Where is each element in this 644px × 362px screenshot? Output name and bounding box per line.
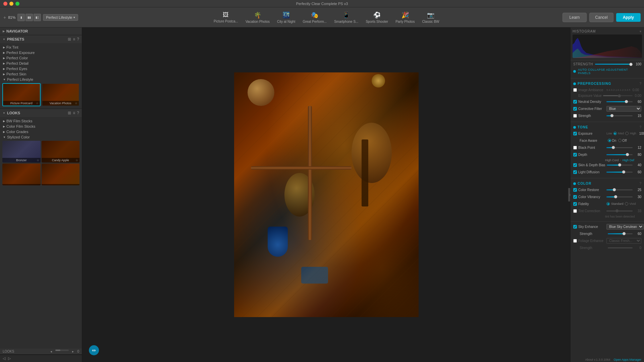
tone-help[interactable]: ?	[639, 125, 641, 129]
right-collapse-arrow[interactable]: ▶	[568, 188, 570, 201]
look-thumb-3[interactable]	[2, 164, 41, 185]
minimize-button[interactable]	[9, 2, 13, 6]
looks-list-view[interactable]: ≡	[73, 111, 75, 115]
exposure-value-slider[interactable]	[603, 95, 633, 96]
learn-button[interactable]: Learn	[562, 13, 587, 22]
navigator-header[interactable]: ▶ NAVIGATOR	[0, 27, 82, 35]
sky-strength-slider[interactable]	[608, 233, 633, 234]
category-bw-film[interactable]: ▶ BW Film Stocks	[1, 118, 80, 124]
looks-scroll-right[interactable]: ▸	[72, 350, 74, 353]
fidelity-check[interactable]	[573, 202, 577, 206]
split-view-button[interactable]: ⇔	[89, 345, 99, 355]
category-perfect-eyes[interactable]: ▶ Perfect Eyes	[1, 66, 80, 71]
preprocessing-help[interactable]: ?	[639, 82, 641, 85]
looks-header[interactable]: ▼ LOOKS ⊞ ≡ ?	[0, 109, 82, 117]
face-aware-off[interactable]: Off	[618, 139, 627, 142]
category-perfect-detail[interactable]: ▶ Perfect Detail	[1, 61, 80, 66]
close-button[interactable]	[3, 2, 7, 6]
pre-strength-check[interactable]	[573, 114, 577, 118]
depth-slider[interactable]	[606, 154, 633, 155]
apply-button[interactable]: Apply	[616, 13, 641, 22]
depth-check[interactable]	[573, 153, 577, 157]
preset-party-photos[interactable]: 🎉 Party Photos	[392, 10, 418, 25]
skin-depth-slider[interactable]	[607, 165, 633, 166]
add-icon[interactable]: +	[3, 15, 6, 20]
color-help[interactable]: ?	[639, 182, 641, 185]
pre-strength-slider[interactable]	[606, 115, 633, 116]
tint-check[interactable]	[573, 209, 577, 213]
face-aware-on[interactable]: On	[608, 139, 616, 142]
preset-star-2[interactable]: ☆	[75, 102, 77, 105]
view-grid[interactable]: ▮▯	[34, 14, 41, 21]
histogram-collapse[interactable]: ▼	[639, 30, 642, 33]
category-color-grades[interactable]: ▶ Color Grades	[1, 129, 80, 134]
image-ambiance-check[interactable]	[573, 88, 577, 92]
cancel-button[interactable]: Cancel	[589, 13, 613, 22]
category-stylized-color[interactable]: ▼ Stylized Color	[1, 134, 80, 140]
category-perfect-skin[interactable]: ▶ Perfect Skin	[1, 71, 80, 77]
preset-city-at-night[interactable]: 🌃 City at Night	[274, 10, 299, 25]
preset-sports-shooter[interactable]: ⚽ Sports Shooter	[362, 10, 391, 25]
light-diffusion-check[interactable]	[573, 170, 577, 174]
category-color-film[interactable]: ▶ Color Film Stocks	[1, 124, 80, 129]
preset-star-1[interactable]: ☆	[36, 102, 39, 105]
high-def-opt[interactable]: High Def	[623, 159, 634, 162]
high-cord-opt[interactable]: High Cord	[605, 159, 619, 162]
looks-help[interactable]: ?	[77, 111, 79, 115]
corrective-filter-select[interactable]: Blue Orange Red Yellow	[606, 106, 641, 112]
presets-grid-view[interactable]: ⊞	[68, 37, 71, 42]
category-perfect-exposure[interactable]: ▶ Perfect Exposure	[1, 50, 80, 55]
black-point-check[interactable]	[573, 146, 577, 149]
preset-bw-label: Classic BW	[422, 20, 439, 23]
look-star-2[interactable]: ☆	[75, 159, 78, 162]
light-diffusion-slider[interactable]	[606, 172, 633, 173]
open-apps-button[interactable]: Open Apps Manager	[613, 358, 641, 361]
view-split[interactable]: ▮▮	[25, 14, 33, 21]
look-thumb-candy-apple[interactable]: Candy Apple ☆	[42, 141, 80, 163]
neutral-density-check[interactable]	[573, 100, 577, 104]
color-vibrancy-slider[interactable]	[606, 196, 633, 197]
high-radio[interactable]	[625, 132, 629, 135]
color-restore-slider[interactable]	[606, 189, 633, 190]
category-perfect-color[interactable]: ▶ Perfect Color	[1, 55, 80, 61]
preset-classic-bw[interactable]: 📷 Classic BW	[419, 10, 442, 25]
corrective-filter-check[interactable]	[573, 107, 577, 111]
neutral-density-slider[interactable]	[606, 101, 633, 102]
preset-vacation-photos[interactable]: 🌴 Vacation Photos	[242, 10, 273, 25]
view-single[interactable]: ▮	[17, 14, 25, 21]
preset-great-perform[interactable]: 🎭 Great Perform...	[299, 10, 330, 25]
vivid-radio[interactable]	[625, 202, 628, 205]
preset-selector[interactable]: Perfect Lifestyle	[43, 14, 78, 21]
presets-list-view[interactable]: ≡	[73, 37, 75, 42]
preset-smartphone[interactable]: 📱 Smartphone S...	[331, 10, 362, 25]
foliage-select[interactable]: Classic Fresh...	[606, 238, 641, 244]
look-star-1[interactable]: ☆	[37, 159, 39, 162]
color-vibrancy-check[interactable]	[573, 195, 577, 199]
sky-enhance-check[interactable]	[573, 225, 577, 229]
maximize-button[interactable]	[15, 2, 19, 6]
preset-picture-postcard[interactable]: 🖼 Picture Postca...	[210, 10, 241, 24]
standard-radio[interactable]	[606, 202, 610, 205]
category-perfect-lifestyle[interactable]: ▼ Perfect Lifestyle	[1, 77, 80, 82]
looks-scroll-left[interactable]: ◂	[50, 350, 52, 353]
color-restore-check[interactable]	[573, 188, 577, 192]
strength-slider[interactable]	[595, 64, 631, 65]
skin-depth-check[interactable]	[573, 163, 577, 167]
exposure-check[interactable]	[573, 132, 577, 135]
panel-icon-prev[interactable]: ◁	[3, 356, 5, 361]
presets-help[interactable]: ?	[77, 37, 79, 42]
foliage-strength-slider[interactable]	[608, 247, 633, 248]
black-point-slider[interactable]	[606, 147, 633, 148]
sky-enhance-select[interactable]: Blue Sky Cerulean Blue Sky Sunset	[606, 224, 644, 230]
med-radio[interactable]	[613, 132, 617, 135]
tint-slider[interactable]	[606, 210, 633, 212]
category-fix-tint[interactable]: ▶ Fix Tint	[1, 45, 80, 50]
foliage-check[interactable]	[573, 239, 577, 243]
presets-header[interactable]: ▼ PRESETS ⊞ ≡ ?	[0, 35, 82, 43]
looks-grid-view[interactable]: ⊞	[68, 111, 71, 115]
preset-thumb-vacation[interactable]: Vacation Photos ☆	[42, 83, 80, 106]
look-thumb-4[interactable]	[42, 164, 80, 185]
preset-thumb-picture-postcard[interactable]: Picture Postcard ☆	[2, 83, 41, 106]
look-thumb-bronzer[interactable]: Bronzer ☆	[2, 141, 41, 163]
panel-icon-next[interactable]: ▷	[8, 356, 11, 361]
